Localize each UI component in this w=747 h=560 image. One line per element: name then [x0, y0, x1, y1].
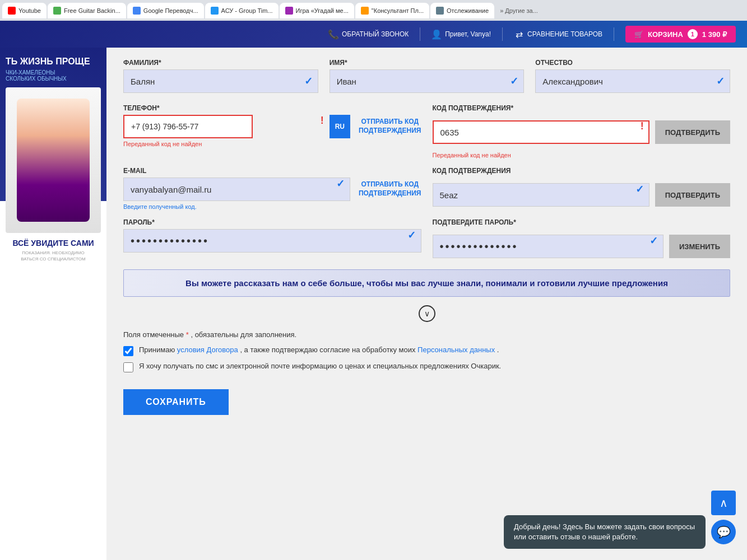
first-name-label: ИМЯ* — [330, 59, 525, 67]
personal-data-link[interactable]: Персональных данных — [417, 346, 495, 354]
patronymic-input-wrapper: ✓ — [535, 69, 730, 93]
asu-tab-icon — [211, 7, 219, 15]
newsletter-checkbox-label: Я хочу получать по смс и электронной поч… — [139, 362, 501, 370]
ad-disclaimer: ПОКАЗАНИЯ. НЕОБХОДИМОВАТЬСЯ СО СПЕЦИАЛИС… — [6, 250, 101, 262]
email-code-input-wrapper: ✓ — [433, 183, 649, 207]
email-code-group: КОД ПОДТВЕРЖДЕНИЯ ✓ ПОДТВЕРДИТЬ — [433, 167, 731, 207]
confirm-code-row: ! ПОДТВЕРДИТЬ — [433, 120, 731, 144]
patronymic-input[interactable] — [535, 69, 730, 93]
cart-button[interactable]: 🛒 КОРЗИНА 1 1 390 ₽ — [625, 26, 736, 43]
tab-google-label: Google Переводч... — [143, 7, 198, 14]
required-note-suffix: , обязательны для заполнения. — [191, 330, 296, 339]
terms-checkbox-label: Принимаю условия Договора , а также подт… — [139, 346, 499, 354]
last-name-input-wrapper: ✓ — [123, 69, 318, 93]
callback-nav-item[interactable]: 📞 ОБРАТНЫЙ ЗВОНОК — [328, 29, 409, 39]
email-code-check-icon: ✓ — [635, 183, 644, 195]
chevron-down-icon[interactable]: ∨ — [419, 305, 435, 322]
last-name-label: ФАМИЛИЯ* — [123, 59, 318, 67]
scroll-to-top-button[interactable]: ∧ — [711, 491, 736, 515]
save-button[interactable]: СОХРАНИТЬ — [123, 389, 229, 415]
phone-error-text: Переданный код не найден — [123, 141, 421, 147]
confirm-password-check-icon: ✓ — [649, 235, 658, 247]
tab-guitar[interactable]: Free Guitar Backin... — [48, 3, 126, 18]
google-tab-icon — [133, 7, 141, 15]
tab-asu-label: АСУ - Group Tim... — [221, 7, 273, 14]
tab-game[interactable]: Игра «Угадай ме... — [280, 3, 354, 18]
newsletter-checkbox[interactable] — [123, 362, 133, 372]
patronymic-check-icon: ✓ — [716, 75, 725, 87]
confirm-password-group: ПОДТВЕРДИТЕ ПАРОЛЬ* ✓ ИЗМЕНИТЬ — [433, 218, 731, 258]
name-row: ФАМИЛИЯ* ✓ ИМЯ* ✓ ОТЧЕСТВО ✓ — [123, 59, 730, 93]
more-tabs-button[interactable]: » Другие за... — [495, 3, 542, 18]
track-tab-icon — [436, 7, 444, 15]
chat-icon: 💬 — [717, 525, 731, 539]
phone-input-wrapper: ! — [123, 115, 330, 138]
cart-icon: 🛒 — [634, 30, 643, 39]
patronymic-group: ОТЧЕСТВО ✓ — [535, 59, 730, 93]
compare-label: СРАВНЕНИЕ ТОВАРОВ — [527, 30, 602, 38]
email-code-input[interactable] — [433, 183, 649, 207]
compare-icon: ⇄ — [514, 29, 524, 39]
tab-consult[interactable]: "Консультант Пл... — [355, 3, 429, 18]
last-name-group: ФАМИЛИЯ* ✓ — [123, 59, 318, 93]
confirm-password-input[interactable] — [433, 235, 664, 258]
password-check-icon: ✓ — [407, 229, 416, 241]
tab-game-label: Игра «Угадай ме... — [296, 7, 349, 14]
password-input[interactable] — [123, 229, 421, 253]
nav-divider-2 — [502, 27, 503, 41]
terms-link[interactable]: условия Договора — [177, 346, 238, 354]
confirm-code-input-wrapper: ! — [433, 120, 649, 144]
email-code-label: КОД ПОДТВЕРЖДЕНИЯ — [433, 167, 511, 175]
callback-label: ОБРАТНЫЙ ЗВОНОК — [342, 30, 409, 38]
password-label: ПАРОЛЬ* — [123, 218, 421, 226]
email-input[interactable] — [123, 178, 350, 201]
greeting-nav-item[interactable]: 👤 Привет, Vanya! — [432, 29, 491, 39]
email-group: E-MAIL ✓ ОТПРАВИТЬ КОД ПОДТВЕРЖДЕНИЯ Вве… — [123, 167, 421, 210]
tab-youtube[interactable]: Youtube — [2, 3, 47, 18]
more-tabs-label: » Другие за... — [500, 7, 538, 14]
cart-badge: 1 — [688, 29, 698, 39]
confirm-password-row: ✓ ИЗМЕНИТЬ — [433, 235, 731, 258]
confirm-phone-button[interactable]: ПОДТВЕРДИТЬ — [655, 120, 730, 144]
info-banner: Вы можете рассказать нам о себе больше, … — [123, 269, 730, 297]
first-name-input[interactable] — [330, 69, 525, 93]
email-label: E-MAIL — [123, 167, 421, 175]
required-star: * — [186, 330, 189, 339]
tab-consult-label: "Консультант Пл... — [372, 7, 424, 14]
email-input-row: ✓ ОТПРАВИТЬ КОД ПОДТВЕРЖДЕНИЯ — [123, 178, 421, 201]
phone-input[interactable] — [123, 115, 253, 138]
cart-label: КОРЗИНА — [648, 30, 683, 39]
phone-send-code-button[interactable]: ОТПРАВИТЬ КОД ПОДТВЕРЖДЕНИЯ — [359, 118, 421, 135]
page-wrapper: ТЬ ЖИЗНЬ ПРОЩЕ ЧКИ-ХАМЕЛЕОНЫСКОЛЬКИХ ОБЫ… — [0, 48, 747, 560]
compare-nav-item[interactable]: ⇄ СРАВНЕНИЕ ТОВАРОВ — [514, 29, 602, 39]
top-navigation: 📞 ОБРАТНЫЙ ЗВОНОК 👤 Привет, Vanya! ⇄ СРА… — [0, 21, 747, 48]
ad-person-image — [17, 99, 90, 222]
chat-button[interactable]: 💬 — [711, 520, 736, 544]
tab-guitar-label: Free Guitar Backin... — [64, 7, 120, 14]
first-name-group: ИМЯ* ✓ — [330, 59, 525, 93]
ad-banner: ТЬ ЖИЗНЬ ПРОЩЕ ЧКИ-ХАМЕЛЕОНЫСКОЛЬКИХ ОБЫ… — [0, 48, 106, 560]
change-password-button[interactable]: ИЗМЕНИТЬ — [669, 235, 730, 258]
tab-track[interactable]: Отслеживание — [430, 3, 494, 18]
tab-asu[interactable]: АСУ - Group Tim... — [205, 3, 279, 18]
email-send-code-button[interactable]: ОТПРАВИТЬ КОД ПОДТВЕРЖДЕНИЯ — [359, 180, 421, 198]
email-code-row: ✓ ПОДТВЕРДИТЬ — [433, 183, 731, 207]
email-check-icon: ✓ — [336, 178, 345, 190]
user-icon: 👤 — [432, 29, 442, 39]
password-group: ПАРОЛЬ* ✓ — [123, 218, 421, 253]
tab-google[interactable]: Google Переводч... — [127, 3, 204, 18]
terms-checkbox-row: Принимаю условия Договора , а также подт… — [123, 346, 730, 356]
newsletter-checkbox-row: Я хочу получать по смс и электронной поч… — [123, 362, 730, 372]
confirm-email-button[interactable]: ПОДТВЕРДИТЬ — [655, 183, 730, 207]
info-banner-text: Вы можете рассказать нам о себе больше, … — [185, 278, 668, 288]
confirm-code-error-text: Переданный код не найден — [433, 152, 511, 158]
left-sidebar: ТЬ ЖИЗНЬ ПРОЩЕ ЧКИ-ХАМЕЛЕОНЫСКОЛЬКИХ ОБЫ… — [0, 48, 106, 560]
phone-code-row: ТЕЛЕФОН* ! RU ОТПРАВИТЬ КОД ПОДТВЕРЖДЕНИ… — [123, 104, 730, 158]
confirm-code-input[interactable] — [433, 120, 649, 144]
last-name-input[interactable] — [123, 69, 318, 93]
expand-banner-button[interactable]: ∨ — [123, 305, 730, 322]
phone-exclaim-icon: ! — [321, 115, 324, 127]
consult-tab-icon — [361, 7, 369, 15]
confirm-password-label: ПОДТВЕРДИТЕ ПАРОЛЬ* — [433, 218, 516, 226]
terms-checkbox[interactable] — [123, 346, 133, 356]
